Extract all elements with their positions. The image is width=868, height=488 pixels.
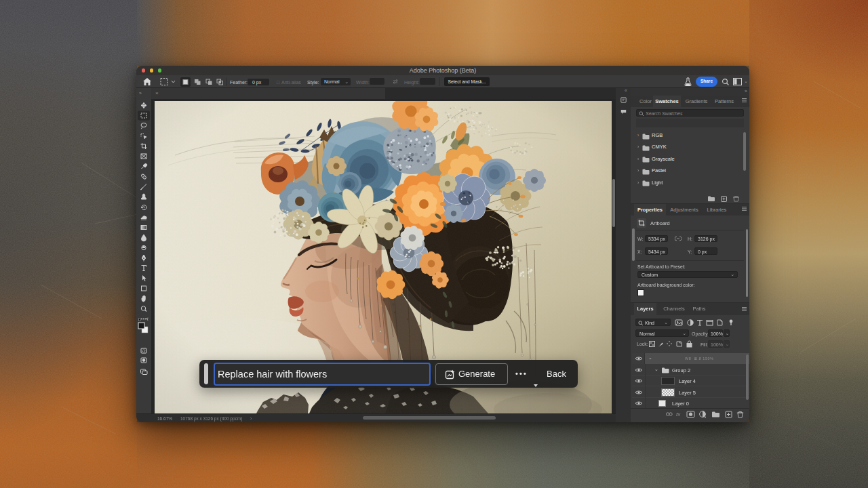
svg-text:»: » [139, 91, 142, 96]
svg-text:fx: fx [676, 411, 681, 418]
